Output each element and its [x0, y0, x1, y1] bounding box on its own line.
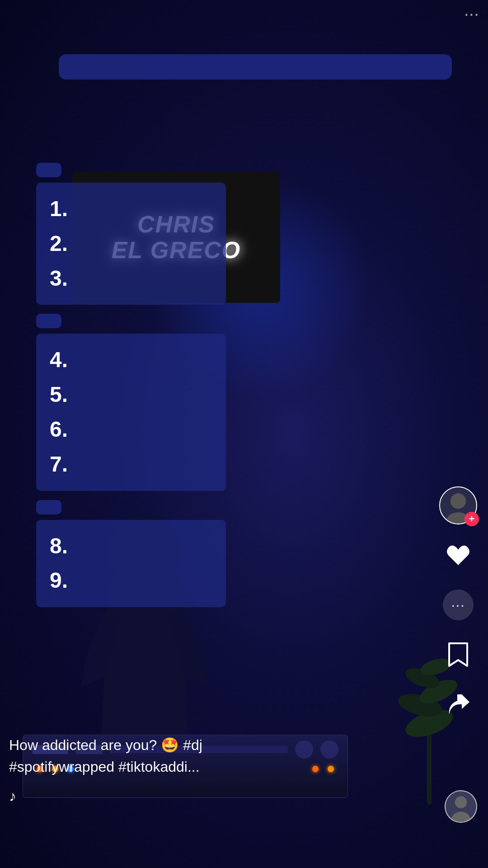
post-description: How addicted are you? 🤩 #dj#spotifywrapp…: [9, 734, 434, 778]
svg-point-8: [450, 493, 466, 509]
section-new-numbers: 1. 2. 3.: [36, 183, 226, 305]
section-kinda-numbers: 4. 5. 6. 7.: [36, 334, 226, 491]
avatar-container[interactable]: +: [439, 486, 477, 524]
section-new-item-3: 3.: [50, 261, 212, 296]
section-kinda: 4. 5. 6. 7.: [36, 314, 226, 491]
music-note-icon: ♪: [9, 788, 16, 805]
section-new-header: [36, 163, 61, 177]
creator-avatar-action[interactable]: +: [439, 486, 477, 524]
share-action[interactable]: [442, 688, 474, 723]
section-kinda-header: [36, 314, 61, 328]
description-text: How addicted are you? 🤩 #dj#spotifywrapp…: [9, 737, 202, 775]
section-new-item-2: 2.: [50, 226, 212, 261]
bottom-info: How addicted are you? 🤩 #dj#spotifywrapp…: [9, 729, 434, 778]
section-kinda-item-4: 4.: [50, 343, 212, 377]
section-addicted-item-8: 8.: [50, 529, 212, 564]
section-kinda-item-5: 5.: [50, 377, 212, 412]
section-new: 1. 2. 3.: [36, 163, 226, 305]
section-addicted-item-9: 9.: [50, 563, 212, 598]
sections-container: 1. 2. 3. 4. 5. 6. 7. 8. 9.: [36, 163, 226, 616]
svg-point-11: [455, 796, 467, 808]
like-action[interactable]: [442, 539, 474, 574]
section-kinda-item-7: 7.: [50, 447, 212, 482]
main-title-box: [59, 54, 452, 80]
comment-bubble-icon[interactable]: ···: [443, 590, 474, 620]
section-new-item-1: 1.: [50, 192, 212, 226]
follow-plus-badge[interactable]: +: [465, 512, 479, 526]
section-addicted-header: [36, 500, 61, 514]
comment-button[interactable]: ···: [442, 589, 474, 621]
status-bar: ···: [0, 0, 488, 27]
like-button[interactable]: [442, 539, 474, 571]
comment-action[interactable]: ···: [442, 589, 474, 624]
comment-dots-icon: ···: [451, 597, 465, 613]
bookmark-button[interactable]: [442, 638, 474, 671]
bookmark-action[interactable]: [442, 638, 474, 674]
right-sidebar: + ···: [439, 486, 477, 723]
section-kinda-item-6: 6.: [50, 412, 212, 447]
bottom-mini-avatar[interactable]: [445, 790, 477, 823]
music-row[interactable]: ♪: [9, 788, 434, 805]
share-button[interactable]: [442, 688, 474, 721]
section-addicted: 8. 9.: [36, 500, 226, 608]
section-addicted-numbers: 8. 9.: [36, 520, 226, 608]
more-options-icon[interactable]: ···: [464, 4, 479, 24]
